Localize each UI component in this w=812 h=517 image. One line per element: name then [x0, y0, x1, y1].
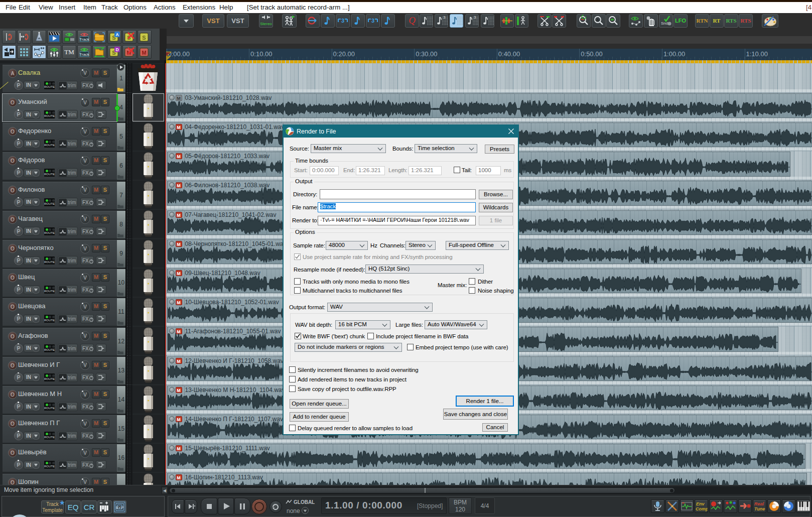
- svg-text:3: 3: [443, 15, 446, 20]
- svg-text:S: S: [142, 35, 146, 41]
- svg-text:M: M: [142, 50, 146, 56]
- svg-text:3: 3: [371, 18, 374, 24]
- svg-text:A: A: [596, 18, 599, 22]
- svg-text:Snd: Snd: [661, 21, 668, 26]
- svg-text:Env: Env: [696, 501, 705, 506]
- svg-text:Comp: Comp: [696, 506, 708, 511]
- svg-text:3: 3: [341, 18, 344, 24]
- svg-text:3: 3: [474, 15, 476, 20]
- svg-text:Track: Track: [79, 37, 90, 42]
- svg-text:Real: Real: [754, 501, 764, 506]
- svg-text:D: D: [115, 47, 118, 52]
- svg-text:BYP: BYP: [115, 505, 123, 510]
- svg-text:Track: Track: [79, 52, 90, 57]
- svg-text:Stereo: Stereo: [260, 22, 272, 26]
- svg-text:Tune: Tune: [754, 506, 765, 511]
- svg-text:A: A: [115, 32, 118, 37]
